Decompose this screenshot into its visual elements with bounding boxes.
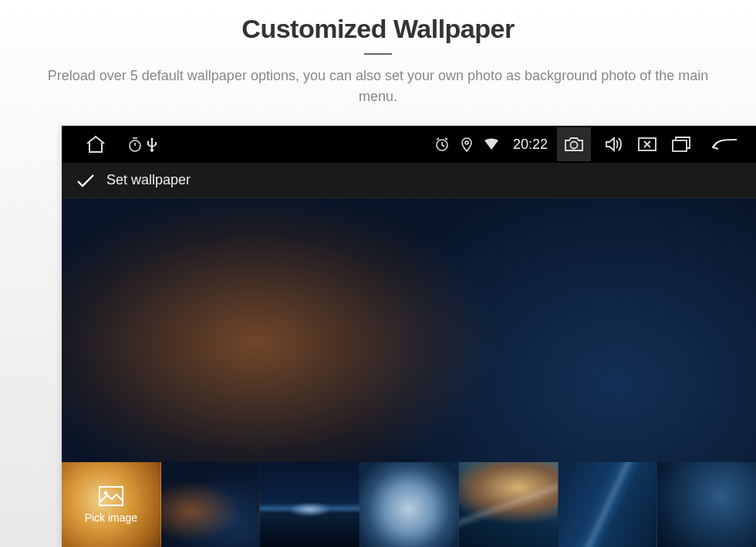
- set-wallpaper-titlebar: Set wallpaper: [62, 163, 756, 198]
- svg-rect-5: [673, 140, 687, 151]
- svg-point-3: [571, 142, 578, 149]
- wallpaper-preview[interactable]: [62, 198, 756, 462]
- svg-rect-6: [100, 487, 123, 505]
- wallpaper-thumb-5[interactable]: [559, 462, 658, 547]
- status-bar: 20:22: [62, 126, 756, 163]
- camera-icon: [564, 136, 584, 153]
- wallpaper-thumb-1[interactable]: [161, 462, 261, 547]
- close-screen-icon[interactable]: [637, 137, 657, 152]
- location-icon: [461, 137, 473, 152]
- status-bar-center: 20:22: [157, 137, 557, 153]
- timer-icon: [128, 137, 142, 152]
- alarm-icon: [434, 137, 450, 152]
- promo-header: Customized Wallpaper Preload over 5 defa…: [0, 0, 756, 107]
- pick-image-label: Pick image: [85, 512, 137, 524]
- page-subtitle: Preload over 5 default wallpaper options…: [39, 66, 717, 107]
- svg-point-2: [465, 141, 468, 144]
- titlebar-label: Set wallpaper: [106, 172, 191, 188]
- check-icon[interactable]: [76, 173, 96, 188]
- status-bar-left: [85, 134, 157, 154]
- device-screen: 20:22: [62, 126, 756, 547]
- svg-point-7: [103, 491, 107, 495]
- status-group-timer-usb: [128, 137, 157, 152]
- usb-icon: [147, 137, 157, 152]
- title-underline: [364, 53, 392, 55]
- wifi-icon: [484, 138, 499, 150]
- wallpaper-thumb-4[interactable]: [459, 462, 559, 547]
- page-title: Customized Wallpaper: [0, 14, 756, 44]
- wallpaper-thumb-2[interactable]: [260, 462, 359, 547]
- status-bar-right: [557, 127, 748, 161]
- image-icon: [98, 485, 124, 507]
- recents-icon[interactable]: [671, 136, 691, 153]
- camera-button[interactable]: [557, 127, 591, 161]
- home-icon[interactable]: [85, 134, 106, 154]
- wallpaper-thumb-6[interactable]: [657, 462, 756, 547]
- status-clock: 20:22: [513, 137, 548, 153]
- volume-icon[interactable]: [605, 136, 623, 153]
- wallpaper-thumb-3[interactable]: [359, 462, 459, 547]
- back-icon[interactable]: [710, 137, 739, 152]
- pick-image-button[interactable]: Pick image: [62, 462, 161, 547]
- wallpaper-thumbnail-strip: Pick image: [62, 462, 756, 547]
